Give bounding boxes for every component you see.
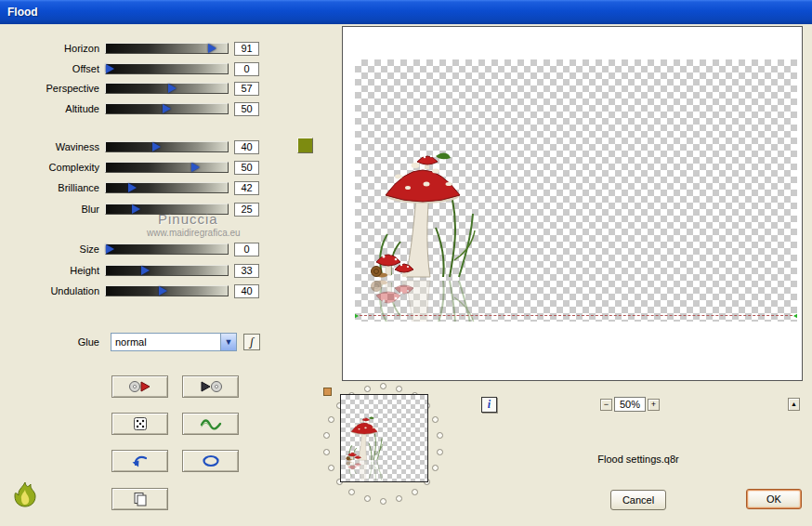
memory-dot[interactable] <box>396 386 402 392</box>
slider-row-altitude: Altitude <box>0 101 279 116</box>
memory-dot[interactable] <box>328 416 334 423</box>
cancel-button[interactable]: Cancel <box>610 490 666 510</box>
memory-dot[interactable] <box>364 386 371 392</box>
slider-label: Blur <box>0 204 105 215</box>
memory-dot[interactable] <box>323 432 330 439</box>
brilliance-slider[interactable] <box>105 182 229 193</box>
brilliance-value-input[interactable] <box>234 181 259 195</box>
slider-thumb[interactable] <box>128 183 137 192</box>
slider-row-size: Size <box>0 242 279 256</box>
waviness-value-input[interactable] <box>234 140 259 154</box>
slider-thumb[interactable] <box>106 64 114 73</box>
save-preset-button[interactable] <box>182 375 239 398</box>
memory-dot[interactable] <box>432 416 439 423</box>
slider-row-perspective: Perspective <box>0 81 279 96</box>
preview-image-area[interactable] <box>355 59 797 322</box>
mushroom-thumbnail-image <box>343 415 391 480</box>
memory-dot[interactable] <box>412 489 418 495</box>
slider-thumb[interactable] <box>106 244 114 254</box>
slider-row-brilliance: Brilliance <box>0 180 279 195</box>
memory-dot[interactable] <box>380 498 386 505</box>
size-value-input[interactable] <box>234 243 259 256</box>
settings-filename: Flood settings.q8r <box>564 454 713 465</box>
blur-slider[interactable] <box>105 204 229 215</box>
watermark-url: www.maidiregrafica.eu <box>147 228 241 238</box>
ok-button[interactable]: OK <box>746 489 802 509</box>
altitude-value-input[interactable] <box>234 102 259 116</box>
memory-dot[interactable] <box>348 489 355 495</box>
horizon-slider[interactable] <box>105 43 229 54</box>
blur-value-input[interactable] <box>234 203 259 217</box>
slider-thumb[interactable] <box>208 44 216 53</box>
horizon-left-marker-icon <box>355 312 359 320</box>
horizon-right-marker-icon <box>793 312 797 320</box>
copy-button[interactable] <box>111 488 168 510</box>
memory-dot[interactable] <box>437 432 443 439</box>
slider-thumb[interactable] <box>132 204 140 214</box>
memory-dot[interactable] <box>323 449 330 455</box>
memory-dot[interactable] <box>396 495 402 502</box>
size-slider[interactable] <box>105 243 229 255</box>
wave-button[interactable] <box>182 413 239 435</box>
circle-button[interactable] <box>182 450 239 472</box>
slider-thumb[interactable] <box>152 142 161 151</box>
height-value-input[interactable] <box>234 264 259 278</box>
slider-thumb[interactable] <box>141 266 150 275</box>
slider-label: Horizon <box>0 43 105 54</box>
glue-selected-value: normal <box>111 334 220 350</box>
window-title: Flood <box>7 6 38 19</box>
undulation-slider[interactable] <box>105 285 229 296</box>
perspective-value-input[interactable] <box>234 82 259 96</box>
slider-label: Brilliance <box>0 182 105 193</box>
altitude-slider[interactable] <box>105 103 229 114</box>
slider-label: Complexity <box>0 162 105 173</box>
offset-slider[interactable] <box>105 63 229 74</box>
slider-label: Height <box>0 265 105 276</box>
perspective-slider[interactable] <box>105 83 229 94</box>
ellipse-icon <box>201 454 221 467</box>
undo-arrow-icon <box>131 454 150 468</box>
height-slider[interactable] <box>105 265 229 276</box>
random-dice-button[interactable] <box>111 413 168 435</box>
glue-dropdown[interactable]: normal ▼ <box>111 333 237 351</box>
offset-value-input[interactable] <box>234 62 259 76</box>
flood-dialog: Flood Horizon Offset Perspective Altitud… <box>0 0 812 526</box>
disc-play-icon <box>128 380 152 393</box>
preview-panel <box>342 26 803 381</box>
water-color-swatch[interactable] <box>297 138 313 153</box>
slider-row-height: Height <box>0 263 279 278</box>
zoom-out-button[interactable]: − <box>600 399 612 411</box>
slider-row-offset: Offset <box>0 61 279 76</box>
slider-label: Offset <box>0 63 105 74</box>
memory-dot[interactable] <box>328 465 334 471</box>
title-bar[interactable]: Flood <box>0 0 812 24</box>
horizon-value-input[interactable] <box>234 42 259 56</box>
slider-thumb[interactable] <box>191 163 200 172</box>
complexity-value-input[interactable] <box>234 161 259 175</box>
memory-dot[interactable] <box>380 383 386 389</box>
undulation-value-input[interactable] <box>234 284 259 298</box>
flaming-pear-logo-icon <box>12 481 38 508</box>
wave-icon <box>200 417 222 430</box>
memory-slot-handle[interactable] <box>323 388 332 396</box>
memory-dot[interactable] <box>437 449 443 455</box>
zoom-in-button[interactable]: + <box>648 399 660 411</box>
complexity-slider[interactable] <box>105 162 229 173</box>
dice-icon <box>133 416 148 431</box>
slider-thumb[interactable] <box>159 286 167 296</box>
preview-thumbnail[interactable] <box>340 394 428 482</box>
slider-label: Size <box>0 243 105 255</box>
memory-dot[interactable] <box>432 465 439 471</box>
horizon-line[interactable] <box>355 315 797 316</box>
chevron-down-icon[interactable]: ▼ <box>220 334 236 350</box>
slider-thumb[interactable] <box>163 104 171 113</box>
zoom-level-display[interactable]: 50% <box>614 397 646 412</box>
preview-corner-button[interactable]: ▲ <box>788 398 800 411</box>
load-preset-button[interactable] <box>111 375 168 398</box>
undo-button[interactable] <box>111 450 168 472</box>
glue-script-button[interactable]: ʃ <box>243 334 260 350</box>
info-button[interactable]: i <box>481 397 497 413</box>
slider-thumb[interactable] <box>168 84 177 93</box>
waviness-slider[interactable] <box>105 141 229 152</box>
memory-dot[interactable] <box>364 495 371 502</box>
